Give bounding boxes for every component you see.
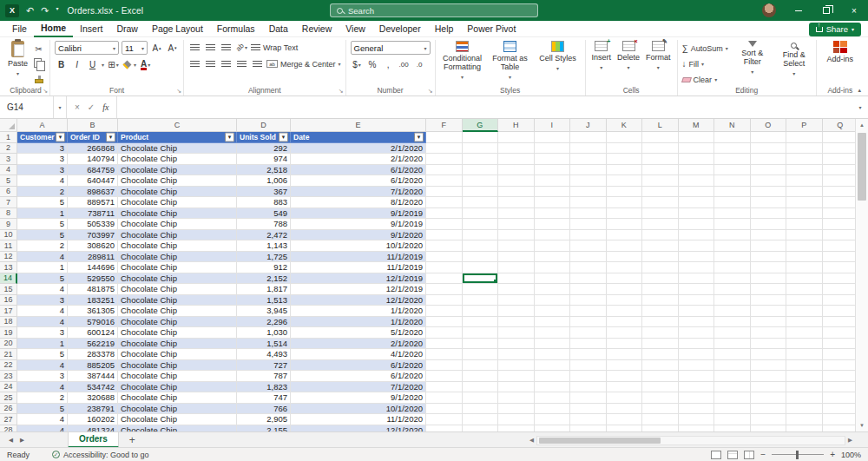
cell-C15[interactable]: Chocolate Chip	[118, 284, 237, 295]
cell-E18[interactable]: 1/1/2020	[291, 317, 426, 328]
cell-C2[interactable]: Chocolate Chip	[118, 143, 237, 155]
cell-P13[interactable]	[786, 262, 823, 273]
cell-F5[interactable]	[426, 175, 463, 187]
share-button[interactable]: Share ▾	[809, 23, 861, 36]
cell-L14[interactable]	[642, 273, 679, 285]
cell-I8[interactable]	[535, 208, 571, 220]
row-header-17[interactable]: 17	[0, 306, 17, 317]
cell-J19[interactable]	[570, 327, 607, 339]
cell-D2[interactable]: 292	[237, 143, 291, 155]
decrease-indent-button[interactable]	[235, 57, 248, 70]
cell-K12[interactable]	[607, 252, 643, 263]
cell-D28[interactable]: 2,155	[237, 425, 291, 432]
cell-K21[interactable]	[607, 349, 643, 360]
cell-F12[interactable]	[426, 252, 463, 263]
increase-font-button[interactable]: A▴	[150, 42, 163, 55]
cell-E27[interactable]: 11/1/2020	[291, 414, 426, 425]
row-header-13[interactable]: 13	[0, 262, 17, 273]
cell-I13[interactable]	[535, 262, 571, 273]
cell-B18[interactable]: 579016	[68, 317, 118, 328]
scroll-left-icon[interactable]: ◀	[527, 437, 536, 444]
column-header-C[interactable]: C	[118, 119, 237, 132]
cell-A21[interactable]: 5	[17, 349, 68, 360]
cell-I28[interactable]	[535, 425, 571, 432]
cell-Q26[interactable]	[823, 404, 856, 415]
cell-A1[interactable]: Customer ID▼	[17, 132, 68, 143]
delete-cells-button[interactable]: × Delete ▾	[615, 41, 641, 72]
cell-C10[interactable]: Chocolate Chip	[118, 230, 237, 241]
cell-B20[interactable]: 562219	[68, 339, 118, 350]
cell-G4[interactable]	[463, 165, 499, 176]
cell-Q25[interactable]	[823, 392, 856, 404]
cell-K16[interactable]	[607, 295, 643, 306]
cell-E11[interactable]: 10/1/2020	[291, 240, 426, 252]
align-bottom-button[interactable]	[220, 41, 233, 54]
cell-G12[interactable]	[463, 252, 499, 263]
cell-I17[interactable]	[535, 306, 571, 317]
font-size-select[interactable]: 11 ▾	[122, 41, 148, 55]
cell-N15[interactable]	[714, 284, 751, 295]
insert-cells-button[interactable]: + Insert ▾	[590, 41, 614, 72]
cell-E24[interactable]: 7/1/2020	[291, 382, 426, 393]
cell-O13[interactable]	[751, 262, 787, 273]
row-header-27[interactable]: 27	[0, 414, 17, 425]
cell-C14[interactable]: Chocolate Chip	[118, 273, 237, 285]
cell-C8[interactable]: Chocolate Chip	[118, 208, 237, 220]
cell-O3[interactable]	[751, 154, 787, 165]
filter-button[interactable]: ▼	[56, 132, 65, 142]
cell-K3[interactable]	[607, 154, 643, 165]
cell-P12[interactable]	[786, 252, 823, 263]
cell-P15[interactable]	[786, 284, 823, 295]
cell-H24[interactable]	[498, 382, 535, 393]
cell-N11[interactable]	[714, 240, 751, 252]
number-format-select[interactable]: General ▾	[351, 41, 431, 55]
row-header-23[interactable]: 23	[0, 371, 17, 382]
autosum-button[interactable]: ∑ AutoSum ▾	[682, 42, 728, 55]
cell-H2[interactable]	[498, 143, 535, 155]
cell-O21[interactable]	[751, 349, 787, 360]
undo-button[interactable]: ↶	[26, 5, 34, 16]
cell-L22[interactable]	[642, 360, 679, 372]
cell-D15[interactable]: 1,817	[237, 284, 291, 295]
cell-A7[interactable]: 5	[17, 197, 68, 208]
cell-H12[interactable]	[498, 252, 535, 263]
cell-F13[interactable]	[426, 262, 463, 273]
column-header-L[interactable]: L	[642, 119, 679, 132]
cell-D20[interactable]: 1,514	[237, 339, 291, 350]
cell-C6[interactable]: Chocolate Chip	[118, 187, 237, 198]
fill-button[interactable]: ↓ Fill ▾	[682, 57, 728, 70]
cell-N26[interactable]	[714, 404, 751, 415]
cell-I20[interactable]	[535, 339, 571, 350]
cell-L13[interactable]	[642, 262, 679, 273]
cell-L18[interactable]	[642, 317, 679, 328]
row-header-3[interactable]: 3	[0, 154, 17, 165]
cell-J25[interactable]	[570, 392, 607, 404]
cell-E21[interactable]: 4/1/2020	[291, 349, 426, 360]
cell-C23[interactable]: Chocolate Chip	[118, 371, 237, 382]
cell-K26[interactable]	[607, 404, 643, 415]
cell-C17[interactable]: Chocolate Chip	[118, 306, 237, 317]
cell-G20[interactable]	[463, 339, 499, 350]
cell-K1[interactable]	[607, 132, 643, 143]
cell-P5[interactable]	[786, 175, 823, 187]
cell-L23[interactable]	[642, 371, 679, 382]
cell-P6[interactable]	[786, 187, 823, 198]
cell-N13[interactable]	[714, 262, 751, 273]
cell-F22[interactable]	[426, 360, 463, 372]
bold-button[interactable]: B	[55, 58, 68, 71]
cell-F6[interactable]	[426, 187, 463, 198]
cell-I10[interactable]	[535, 230, 571, 241]
normal-view-button[interactable]	[711, 451, 721, 459]
cell-D19[interactable]: 1,030	[237, 327, 291, 339]
cell-Q16[interactable]	[823, 295, 856, 306]
cell-C12[interactable]: Chocolate Chip	[118, 252, 237, 263]
cell-P26[interactable]	[786, 404, 823, 415]
ribbon-tab-draw[interactable]: Draw	[109, 21, 145, 37]
cell-B21[interactable]: 283378	[68, 349, 118, 360]
cell-M27[interactable]	[679, 414, 715, 425]
cell-A8[interactable]: 1	[17, 208, 68, 220]
cell-H27[interactable]	[498, 414, 535, 425]
cell-O28[interactable]	[751, 425, 787, 432]
cell-I9[interactable]	[535, 219, 571, 230]
column-header-H[interactable]: H	[498, 119, 535, 132]
